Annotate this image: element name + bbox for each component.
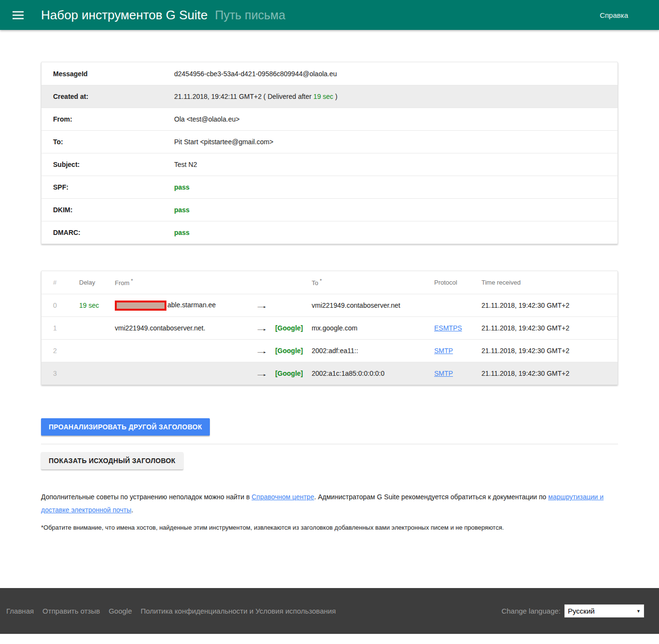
hop-row: 1vmi221949.contaboserver.net.→[Google]mx… [41, 316, 618, 339]
message-summary-table: MessageIdd2454956-cbe3-53a4-d421-09586c8… [41, 62, 618, 244]
hop-row: 019 secable.starman.ee→vmi221949.contabo… [41, 294, 618, 316]
summary-row-label: DKIM: [41, 206, 174, 214]
menu-icon-bar [13, 18, 24, 19]
hop-arrow-cell: → [255, 370, 274, 378]
summary-row-value: pass [174, 183, 618, 191]
summary-row-value: pass [174, 229, 618, 236]
help-note-text: . Администраторам G Suite рекомендуется … [314, 493, 548, 501]
summary-row: DKIM:pass [41, 198, 618, 221]
summary-row: To:Pit Start <pitstartee@gmail.com> [41, 130, 618, 153]
summary-row-value: Ola <test@olaola.eu> [174, 115, 618, 123]
app-header: Набор инструментов G Suite Путь письма С… [0, 0, 659, 30]
summary-row: DMARC:pass [41, 221, 618, 244]
summary-row-label: DMARC: [41, 229, 174, 236]
hop-row: 3→[Google]2002:a1c:1a85:0:0:0:0:0SMTP21.… [41, 362, 618, 384]
hop-table-header-row: # Delay From* To* Protocol Time received [41, 271, 618, 294]
footnote-asterisk: * [320, 278, 322, 284]
right-arrow-icon: → [255, 370, 269, 378]
hop-col-to: To* [312, 278, 434, 287]
google-tag: [Google] [274, 324, 312, 332]
show-original-header-button[interactable]: ПОКАЗАТЬ ИСХОДНЫЙ ЗАГОЛОВОК [41, 452, 183, 469]
help-note-text: Дополнительные советы по устранению непо… [41, 493, 251, 501]
summary-row-value: pass [174, 206, 618, 214]
hop-from-host: able.starman.ee [167, 301, 216, 309]
right-arrow-icon: → [255, 324, 269, 332]
hop-protocol: SMTP [434, 347, 481, 355]
protocol-link[interactable]: SMTP [434, 347, 453, 355]
hop-from: vmi221949.contaboserver.net. [103, 324, 255, 332]
summary-row-label: MessageId [41, 70, 174, 78]
header-titles: Набор инструментов G Suite Путь письма [41, 8, 285, 23]
menu-icon-bar [13, 14, 24, 16]
delivery-delay-value: 19 sec [314, 93, 333, 100]
summary-row-label: From: [41, 115, 174, 123]
help-center-link[interactable]: Справочном центре [251, 493, 314, 501]
footnote-asterisk: * [131, 278, 133, 284]
main-content: MessageIdd2454956-cbe3-53a4-d421-09586c8… [41, 62, 618, 533]
hop-from: able.starman.ee [103, 301, 255, 311]
hop-to-host: 2002:adf:ea11:: [312, 347, 434, 355]
page-footer: Главная Отправить отзыв Google Политика … [0, 588, 659, 634]
footer-link-privacy-terms[interactable]: Политика конфиденциальности и Условия ис… [141, 607, 336, 615]
summary-row-value: 21.11.2018, 19:42:11 GMT+2 ( Delivered a… [174, 93, 618, 100]
hop-table: # Delay From* To* Protocol Time received… [41, 271, 618, 385]
protocol-link[interactable]: ESMTPS [434, 324, 462, 332]
hop-number: 3 [41, 370, 68, 377]
hop-col-delay: Delay [68, 279, 103, 286]
summary-row-label: Created at: [41, 93, 174, 100]
hop-col-from-label: From [115, 280, 129, 287]
hop-row: 2→[Google]2002:adf:ea11::SMTP21.11.2018,… [41, 339, 618, 362]
summary-row-label: SPF: [41, 183, 174, 191]
footer-link-home[interactable]: Главная [6, 607, 34, 615]
menu-icon[interactable] [13, 9, 24, 21]
app-title: Набор инструментов G Suite [41, 8, 207, 23]
language-switcher: Change language: Русский ▼ [501, 604, 644, 617]
help-note: Дополнительные советы по устранению непо… [41, 491, 618, 517]
hop-col-from: From* [103, 278, 255, 287]
auth-result-value: pass [174, 183, 190, 191]
help-link[interactable]: Справка [600, 11, 628, 19]
hop-delay: 19 sec [68, 301, 103, 309]
summary-row: From:Ola <test@olaola.eu> [41, 108, 618, 130]
footer-link-google[interactable]: Google [109, 607, 132, 615]
protocol-link[interactable]: SMTP [434, 370, 453, 377]
hop-col-number: # [41, 279, 68, 286]
hop-time-received: 21.11.2018, 19:42:30 GMT+2 [481, 347, 618, 355]
summary-value-text: ) [333, 93, 338, 100]
hop-time-received: 21.11.2018, 19:42:30 GMT+2 [481, 301, 618, 309]
hostname-disclaimer: *Обратите внимание, что имена хостов, на… [41, 523, 618, 533]
redaction-box [115, 301, 166, 311]
section-divider [41, 444, 618, 444]
summary-row-value: Pit Start <pitstartee@gmail.com> [174, 138, 618, 146]
hop-protocol: ESMTPS [434, 324, 481, 332]
summary-value-text: Pit Start <pitstartee@gmail.com> [174, 138, 274, 146]
summary-row: Created at:21.11.2018, 19:42:11 GMT+2 ( … [41, 85, 618, 108]
summary-row-label: To: [41, 138, 174, 146]
hop-col-time-received: Time received [481, 279, 618, 286]
summary-row-value: d2454956-cbe3-53a4-d421-09586c809944@ola… [174, 70, 618, 78]
hop-arrow-cell: → [255, 347, 274, 355]
analyze-another-header-button[interactable]: ПРОАНАЛИЗИРОВАТЬ ДРУГОЙ ЗАГОЛОВОК [41, 418, 210, 436]
hop-to-host: 2002:a1c:1a85:0:0:0:0:0 [312, 370, 434, 377]
language-select[interactable]: Русский [564, 604, 644, 617]
summary-value-text: 21.11.2018, 19:42:11 GMT+2 ( Delivered a… [174, 93, 314, 100]
hop-time-received: 21.11.2018, 19:42:30 GMT+2 [481, 324, 618, 332]
auth-result-value: pass [174, 229, 190, 236]
summary-value-text: Test N2 [174, 161, 197, 168]
hop-arrow-cell: → [255, 301, 274, 310]
tool-subtitle: Путь письма [215, 8, 285, 22]
hop-number: 2 [41, 347, 68, 355]
help-note-text: . [131, 506, 133, 514]
right-arrow-icon: → [255, 301, 269, 310]
hop-number: 1 [41, 324, 68, 332]
summary-row-value: Test N2 [174, 161, 618, 168]
auth-result-value: pass [174, 206, 190, 214]
right-arrow-icon: → [255, 347, 269, 355]
menu-icon-bar [13, 11, 24, 13]
hop-arrow-cell: → [255, 324, 274, 332]
google-tag: [Google] [274, 347, 312, 355]
footer-link-feedback[interactable]: Отправить отзыв [42, 607, 100, 615]
hop-protocol: SMTP [434, 370, 481, 377]
google-tag: [Google] [274, 370, 312, 377]
hop-from-host: vmi221949.contaboserver.net. [115, 324, 206, 332]
